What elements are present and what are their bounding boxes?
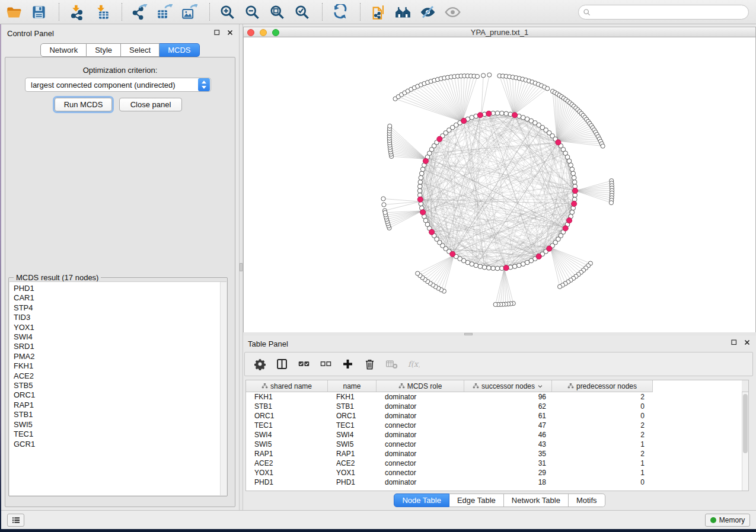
leaf-node[interactable] xyxy=(601,144,605,148)
cell-name[interactable]: ACE2 xyxy=(328,459,377,467)
cell-name[interactable]: SWI4 xyxy=(328,431,377,439)
import-table-button[interactable] xyxy=(91,2,111,22)
cell-successor-nodes[interactable]: 47 xyxy=(464,421,552,430)
cell-successor-nodes[interactable]: 96 xyxy=(464,393,552,401)
close-panel-button[interactable] xyxy=(226,28,234,37)
result-node[interactable]: RAP1 xyxy=(9,400,227,410)
cell-predecessor-nodes[interactable]: 0 xyxy=(552,478,653,486)
cell-name[interactable]: ORC1 xyxy=(328,412,377,420)
cell-successor-nodes[interactable]: 31 xyxy=(464,459,552,467)
table-scrollbar[interactable] xyxy=(742,392,748,491)
cell-MCDS-role[interactable]: dominator xyxy=(377,393,464,401)
mcds-hub-node[interactable] xyxy=(461,118,467,123)
panel-menu-button[interactable] xyxy=(7,514,24,527)
network-graph[interactable] xyxy=(244,37,755,332)
cell-MCDS-role[interactable]: dominator xyxy=(377,402,464,411)
splitter-grip[interactable] xyxy=(240,263,243,271)
mcds-hub-node[interactable] xyxy=(417,197,423,202)
result-node[interactable]: PHD1 xyxy=(9,284,227,293)
ring-node[interactable] xyxy=(417,188,422,193)
tab-mcds[interactable]: MCDS xyxy=(160,43,199,57)
cell-successor-nodes[interactable]: 61 xyxy=(464,412,552,420)
cell-predecessor-nodes[interactable]: 1 xyxy=(552,469,653,477)
ring-node[interactable] xyxy=(571,171,576,176)
result-node[interactable]: TID3 xyxy=(9,313,227,322)
column-header-predecessor-nodes[interactable]: predecessor nodes xyxy=(552,380,653,392)
mcds-hub-node[interactable] xyxy=(450,251,455,257)
mcds-hub-node[interactable] xyxy=(547,246,552,251)
ring-node[interactable] xyxy=(512,264,517,269)
cell-name[interactable]: RAP1 xyxy=(328,450,377,458)
zoom-out-button[interactable] xyxy=(242,2,262,22)
tab-network-table[interactable]: Network Table xyxy=(504,493,569,507)
cell-shared-name[interactable]: YOX1 xyxy=(246,469,328,477)
result-node[interactable]: FKH1 xyxy=(9,361,227,371)
table-settings-button[interactable] xyxy=(253,357,267,371)
minimize-window-button[interactable] xyxy=(260,29,267,36)
ring-node[interactable] xyxy=(470,116,474,120)
leaf-node[interactable] xyxy=(416,271,420,275)
cell-MCDS-role[interactable]: connector xyxy=(377,459,464,467)
cell-shared-name[interactable]: ACE2 xyxy=(246,459,328,467)
leaf-node[interactable] xyxy=(382,203,386,207)
cell-name[interactable]: STB1 xyxy=(328,402,377,411)
ring-node[interactable] xyxy=(482,265,487,270)
cell-successor-nodes[interactable]: 46 xyxy=(464,431,552,439)
cell-successor-nodes[interactable]: 62 xyxy=(464,402,552,411)
cell-shared-name[interactable]: RAP1 xyxy=(246,450,328,458)
cell-predecessor-nodes[interactable]: 0 xyxy=(552,412,653,420)
leaf-node[interactable] xyxy=(381,197,385,201)
ring-node[interactable] xyxy=(491,266,496,271)
mcds-hub-node[interactable] xyxy=(423,158,428,164)
cell-MCDS-role[interactable]: dominator xyxy=(377,450,464,458)
cell-MCDS-role[interactable]: dominator xyxy=(377,412,464,420)
tab-network[interactable]: Network xyxy=(40,43,87,57)
cell-predecessor-nodes[interactable]: 2 xyxy=(552,450,653,458)
cell-name[interactable]: SWI5 xyxy=(328,440,377,448)
ring-node[interactable] xyxy=(420,167,425,172)
mcds-hub-node[interactable] xyxy=(477,113,483,118)
ring-node[interactable] xyxy=(495,111,500,116)
float-panel-button[interactable] xyxy=(213,28,221,37)
search-input[interactable] xyxy=(592,7,748,18)
cell-MCDS-role[interactable]: dominator xyxy=(377,478,464,486)
table-row[interactable]: YOX1YOX1connector291 xyxy=(246,468,742,477)
cell-successor-nodes[interactable]: 18 xyxy=(464,478,552,486)
leaf-node[interactable] xyxy=(388,124,392,128)
table-row[interactable]: FKH1FKH1dominator962 xyxy=(246,392,742,402)
cell-predecessor-nodes[interactable]: 2 xyxy=(552,393,653,401)
leaf-node[interactable] xyxy=(475,74,479,78)
network-from-file-button[interactable] xyxy=(368,2,388,22)
cell-successor-nodes[interactable]: 35 xyxy=(464,450,552,458)
ring-node[interactable] xyxy=(572,180,577,185)
ring-node[interactable] xyxy=(495,266,500,271)
close-window-button[interactable] xyxy=(247,29,254,36)
ring-node[interactable] xyxy=(570,210,575,214)
mcds-hub-node[interactable] xyxy=(420,210,426,215)
optimization-criterion-select[interactable]: largest connected component (undirected) xyxy=(25,78,211,92)
cell-name[interactable]: YOX1 xyxy=(328,469,377,477)
result-node[interactable]: STP4 xyxy=(9,303,227,313)
run-mcds-button[interactable]: Run MCDS xyxy=(55,98,112,111)
mcds-hub-node[interactable] xyxy=(429,229,434,235)
table-row[interactable]: ACE2ACE2connector311 xyxy=(246,459,742,468)
cell-name[interactable]: TEC1 xyxy=(328,421,377,430)
ring-node[interactable] xyxy=(474,263,479,268)
delete-column-button[interactable] xyxy=(362,357,377,371)
cell-shared-name[interactable]: FKH1 xyxy=(246,393,328,401)
ring-node[interactable] xyxy=(504,111,509,116)
ring-node[interactable] xyxy=(478,264,483,269)
table-row[interactable]: ORC1ORC1dominator610 xyxy=(246,411,742,421)
cell-predecessor-nodes[interactable]: 2 xyxy=(552,421,653,430)
cell-shared-name[interactable]: SWI4 xyxy=(246,431,328,439)
save-session-button[interactable] xyxy=(28,2,49,22)
open-file-button[interactable] xyxy=(4,2,24,22)
cell-name[interactable]: PHD1 xyxy=(328,478,377,486)
result-node[interactable]: PMA2 xyxy=(9,352,227,361)
close-panel-button[interactable] xyxy=(743,338,751,347)
mcds-hub-node[interactable] xyxy=(563,226,568,231)
cell-predecessor-nodes[interactable]: 1 xyxy=(552,440,653,448)
mcds-hub-node[interactable] xyxy=(503,265,509,271)
cell-shared-name[interactable]: STB1 xyxy=(246,402,328,411)
ring-node[interactable] xyxy=(516,263,521,268)
